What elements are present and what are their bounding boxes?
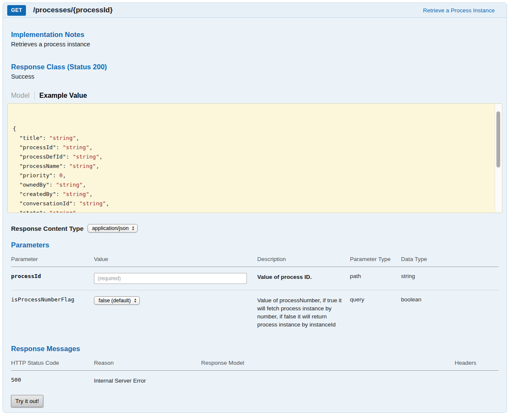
- param-value-input[interactable]: [94, 273, 247, 284]
- param-type: query: [350, 290, 401, 335]
- code-scrollbar-thumb[interactable]: [496, 111, 500, 167]
- select-updown-arrows-icon: ▲▼: [134, 298, 137, 303]
- col-value: Value: [94, 252, 257, 267]
- response-messages-heading: Response Messages: [11, 345, 502, 353]
- response-class-heading: Response Class (Status 200): [11, 63, 502, 71]
- col-http-status-code: HTTP Status Code: [11, 355, 94, 371]
- parameter-row-processId: processId Value of process ID. path stri…: [11, 267, 499, 290]
- param-value-selected: false (default): [99, 298, 131, 304]
- example-tabs: Model Example Value: [11, 92, 502, 99]
- tab-example-value[interactable]: Example Value: [35, 92, 87, 99]
- example-code-lines: { "title": "string", "processId": "strin…: [13, 124, 492, 213]
- operation-panel: GET /processes/{processId} Retrieve a Pr…: [3, 3, 507, 413]
- tab-model[interactable]: Model: [11, 92, 35, 99]
- col-reason: Reason: [94, 355, 201, 371]
- col-headers: Headers: [455, 355, 499, 371]
- param-name: isProcessNumberFlag: [11, 290, 94, 335]
- param-description: Value of processNumber, if true it will …: [257, 290, 350, 335]
- select-updown-arrows-icon: ▲▼: [132, 226, 135, 231]
- implementation-notes-text: Retrieves a process instance: [11, 41, 502, 48]
- parameter-row-isProcessNumberFlag: isProcessNumberFlag false (default) ▲▼ V…: [11, 290, 499, 335]
- col-parameter: Parameter: [11, 252, 94, 267]
- response-content-type-row: Response Content Type application/json ▲…: [11, 224, 502, 233]
- col-data-type: Data Type: [401, 252, 499, 267]
- response-class-text: Success: [11, 73, 502, 80]
- http-method-badge: GET: [7, 5, 26, 16]
- parameters-table: Parameter Value Description Parameter Ty…: [11, 252, 499, 335]
- response-content-type-select[interactable]: application/json ▲▼: [88, 224, 138, 233]
- operation-heading-bar[interactable]: GET /processes/{processId} Retrieve a Pr…: [3, 3, 507, 18]
- try-it-out-button[interactable]: Try it out!: [11, 395, 43, 407]
- operation-content: Implementation Notes Retrieves a process…: [3, 18, 507, 407]
- col-response-model: Response Model: [201, 355, 454, 371]
- response-content-type-value: application/json: [92, 225, 129, 231]
- example-code-block[interactable]: { "title": "string", "processId": "strin…: [7, 103, 502, 213]
- response-content-type-label: Response Content Type: [11, 225, 84, 232]
- status-reason: Internal Server Error: [94, 371, 201, 391]
- response-messages-table: HTTP Status Code Reason Response Model H…: [11, 355, 499, 391]
- col-description: Description: [257, 252, 350, 267]
- parameters-heading: Parameters: [11, 241, 502, 249]
- param-data-type: boolean: [401, 290, 499, 335]
- response-message-row: 500 Internal Server Error: [11, 371, 499, 391]
- operation-summary-link[interactable]: Retrieve a Process Instance: [423, 7, 495, 14]
- param-name: processId: [11, 267, 94, 290]
- col-parameter-type: Parameter Type: [350, 252, 401, 267]
- param-description: Value of process ID.: [257, 267, 350, 290]
- status-headers: [455, 371, 499, 391]
- code-scrollbar-track[interactable]: [495, 104, 502, 213]
- status-code: 500: [11, 371, 94, 391]
- param-data-type: string: [401, 267, 499, 290]
- param-value-select[interactable]: false (default) ▲▼: [94, 296, 140, 305]
- implementation-notes-heading: Implementation Notes: [11, 18, 502, 39]
- endpoint-path[interactable]: /processes/{processId}: [33, 6, 113, 14]
- param-type: path: [350, 267, 401, 290]
- status-response-model: [201, 371, 454, 391]
